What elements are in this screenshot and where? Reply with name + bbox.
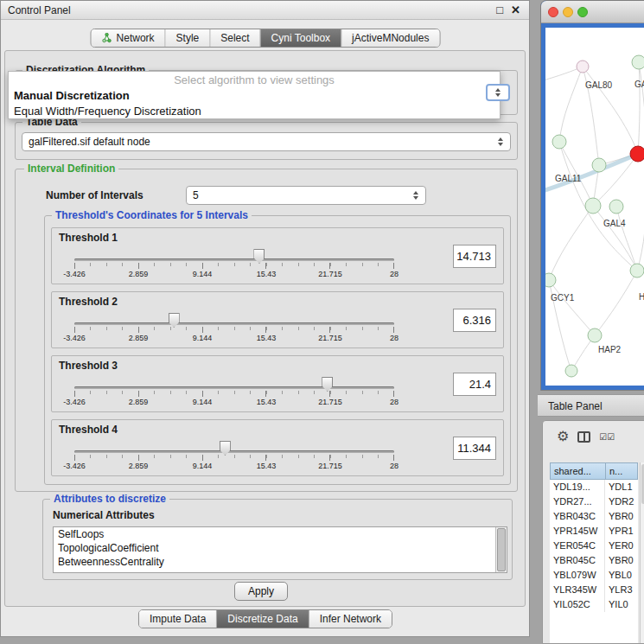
list-item[interactable]: BetweennessCentrality <box>54 555 507 569</box>
table-cell[interactable]: YLR345W <box>550 583 605 597</box>
slider-track[interactable] <box>74 322 394 325</box>
tab-discretize-data[interactable]: Discretize Data <box>217 610 309 628</box>
node-label: GCY1 <box>551 293 575 303</box>
threshold-value-field[interactable]: 6.316 <box>453 309 496 332</box>
float-window-icon[interactable]: □ <box>496 1 503 20</box>
network-canvas[interactable]: GAL80 GA GAL11 GAL4 GCY1 HAP2 H <box>545 28 644 386</box>
threshold-slider-2[interactable]: -3.426 2.859 9.144 15.43 21.715 28 <box>74 311 394 346</box>
table-panel-titlebar: Table Panel <box>538 394 644 417</box>
tab-network[interactable]: Network <box>92 29 166 47</box>
slider-track[interactable] <box>74 386 394 389</box>
zoom-traffic-light-icon[interactable] <box>577 7 588 17</box>
table-cell[interactable]: YBL079W <box>550 568 605 583</box>
network-node[interactable] <box>609 200 623 214</box>
tab-select[interactable]: Select <box>210 29 260 47</box>
tick-label: 28 <box>390 398 399 406</box>
threshold-label: Threshold 4 <box>59 424 118 436</box>
threshold-slider-1[interactable]: -3.426 2.859 9.144 15.43 21.715 28 <box>74 247 394 282</box>
dropdown-placeholder-option[interactable]: Select algorithm to view settings <box>9 72 500 88</box>
table-cell[interactable]: YLR3 <box>605 583 638 597</box>
stepper-arrows-icon <box>495 137 506 146</box>
slider-thumb[interactable] <box>253 249 265 264</box>
table-row[interactable]: YDR27... YDR2 <box>550 494 638 509</box>
algorithm-combobox-stepper[interactable] <box>486 84 510 101</box>
network-node[interactable] <box>585 198 601 214</box>
selected-network-node[interactable] <box>630 146 644 162</box>
table-cell[interactable]: YDL1 <box>605 480 638 494</box>
list-item[interactable]: SelfLoops <box>54 527 507 541</box>
table-cell[interactable]: YDL19... <box>550 480 605 494</box>
table-row[interactable]: YIL052C YIL0 <box>550 597 638 612</box>
threshold-value-field[interactable]: 21.4 <box>453 373 496 396</box>
column-header-shared-name[interactable]: shared... <box>550 462 605 480</box>
tab-style[interactable]: Style <box>166 29 211 47</box>
network-node[interactable] <box>588 328 602 342</box>
tick-label: 15.43 <box>257 398 277 406</box>
table-cell[interactable]: YBL0 <box>605 568 638 583</box>
table-row[interactable]: YBL079W YBL0 <box>550 568 638 583</box>
table-row[interactable]: YLR345W YLR3 <box>550 583 638 597</box>
attributes-scrollbar[interactable] <box>495 527 507 572</box>
dropdown-option-manual-discretization[interactable]: Manual Discretization <box>9 88 500 104</box>
slider-thumb[interactable] <box>220 441 231 456</box>
network-view-window: GAL80 GA GAL11 GAL4 GCY1 HAP2 H <box>540 0 644 391</box>
tab-cyni-toolbox[interactable]: Cyni Toolbox <box>261 29 341 47</box>
minimize-traffic-light-icon[interactable] <box>563 7 573 17</box>
tick-label: -3.426 <box>63 270 86 278</box>
network-node[interactable] <box>565 365 577 377</box>
column-header-name[interactable]: n... <box>605 462 638 480</box>
table-cell[interactable]: YER054C <box>550 539 605 553</box>
table-data-combobox[interactable]: galFiltered.sif default node <box>22 132 511 151</box>
table-cell[interactable]: YIL0 <box>605 597 638 612</box>
close-traffic-light-icon[interactable] <box>548 7 558 17</box>
slider-thumb[interactable] <box>322 377 333 392</box>
network-node[interactable] <box>577 61 589 73</box>
window-title: Control Panel <box>8 1 71 20</box>
dropdown-option-equal-width[interactable]: Equal Width/Frequency Discretization <box>9 104 500 119</box>
table-row[interactable]: YDL19... YDL1 <box>550 480 638 494</box>
slider-track[interactable] <box>74 258 394 261</box>
table-scrollbar[interactable] <box>640 462 644 643</box>
network-node[interactable] <box>552 135 566 149</box>
table-cell[interactable]: YBR0 <box>605 509 638 524</box>
tab-infer-network[interactable]: Infer Network <box>309 610 392 628</box>
threshold-value-field[interactable]: 11.344 <box>453 437 496 460</box>
list-item[interactable]: TopologicalCoefficient <box>54 541 507 555</box>
apply-button[interactable]: Apply <box>234 582 288 601</box>
tick-label: -3.426 <box>63 334 86 342</box>
table-cell[interactable]: YIL052C <box>550 597 605 612</box>
table-cell[interactable]: YBR0 <box>605 553 638 568</box>
table-cell[interactable]: YER0 <box>605 539 638 553</box>
table-cell[interactable]: YBR043C <box>550 509 605 524</box>
network-node[interactable] <box>632 55 644 69</box>
threshold-panel-2: Threshold 2 -3.426 2.859 9.144 15.43 21.… <box>51 291 504 348</box>
threshold-slider-3[interactable]: -3.426 2.859 9.144 15.43 21.715 28 <box>74 375 394 410</box>
slider-thumb[interactable] <box>169 313 180 328</box>
table-cell[interactable]: YDR27... <box>550 494 605 509</box>
table-row[interactable]: YER054C YER0 <box>550 539 638 553</box>
tab-impute-data[interactable]: Impute Data <box>139 610 217 628</box>
table-cell[interactable]: YBR045C <box>550 553 605 568</box>
network-node[interactable] <box>630 264 644 277</box>
threshold-slider-4[interactable]: -3.426 2.859 9.144 15.43 21.715 28 <box>74 439 394 474</box>
checkbox-icons[interactable]: ☑☑ <box>599 432 615 442</box>
slider-major-ticks <box>74 391 394 397</box>
network-nodes[interactable] <box>545 55 644 377</box>
scrollbar-thumb[interactable] <box>497 528 506 571</box>
table-columns-icon[interactable] <box>577 431 590 443</box>
table-cell[interactable]: YPR145W <box>550 524 605 539</box>
table-row[interactable]: YBR045C YBR0 <box>550 553 638 568</box>
table-row[interactable]: YBR043C YBR0 <box>550 509 638 524</box>
slider-track[interactable] <box>74 450 394 453</box>
num-intervals-spinner[interactable]: 5 <box>186 186 426 205</box>
tab-jactivemnodules[interactable]: jActiveMNodules <box>341 29 439 47</box>
table-cell[interactable]: YDR2 <box>605 494 638 509</box>
network-node[interactable] <box>545 273 556 287</box>
threshold-value-field[interactable]: 14.713 <box>453 245 496 268</box>
tick-label: 9.144 <box>193 398 213 406</box>
network-node[interactable] <box>592 158 606 172</box>
table-cell[interactable]: YPR1 <box>605 524 638 539</box>
table-row[interactable]: YPR145W YPR1 <box>550 524 638 539</box>
gear-icon[interactable]: ⚙ <box>557 430 569 443</box>
close-icon[interactable]: ✕ <box>511 1 520 20</box>
